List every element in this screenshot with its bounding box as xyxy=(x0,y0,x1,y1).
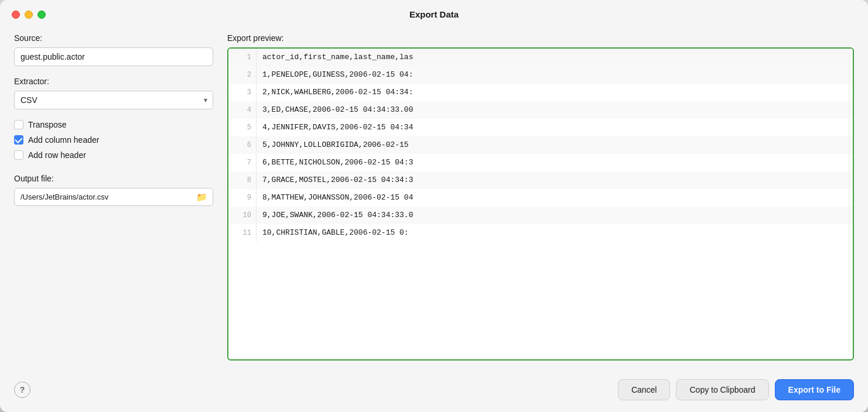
output-input-wrapper: 📁 xyxy=(14,188,213,206)
add-column-header-checkbox[interactable] xyxy=(14,135,23,145)
line-content: actor_id,first_name,last_name,las xyxy=(257,49,853,66)
line-content: 5,JOHNNY,LOLLOBRIGIDA,2006-02-15 xyxy=(257,136,853,154)
preview-row: 43,ED,CHASE,2006-02-15 04:34:33.00 xyxy=(228,101,853,119)
minimize-button[interactable] xyxy=(25,11,33,19)
extractor-select-wrapper: CSV JSON XML SQL ▾ xyxy=(14,91,213,109)
left-panel: Source: Extractor: CSV JSON XML SQL ▾ Tr… xyxy=(14,33,213,360)
dialog-title: Export Data xyxy=(409,9,459,19)
line-number: 2 xyxy=(228,66,257,84)
line-content: 3,ED,CHASE,2006-02-15 04:34:33.00 xyxy=(257,101,853,119)
line-number: 8 xyxy=(228,171,257,189)
footer: ? Cancel Copy to Clipboard Export to Fil… xyxy=(0,370,868,412)
line-content: 8,MATTHEW,JOHANSSON,2006-02-15 04 xyxy=(257,189,853,207)
line-content: 7,GRACE,MOSTEL,2006-02-15 04:34:3 xyxy=(257,171,853,189)
line-content: 10,CHRISTIAN,GABLE,2006-02-15 0: xyxy=(257,224,853,242)
output-file-label: Output file: xyxy=(14,174,213,183)
line-content: 9,JOE,SWANK,2006-02-15 04:34:33.0 xyxy=(257,207,853,224)
preview-row: 32,NICK,WAHLBERG,2006-02-15 04:34: xyxy=(228,84,853,101)
window-controls xyxy=(12,11,46,19)
footer-buttons: Cancel Copy to Clipboard Export to File xyxy=(618,379,854,400)
right-panel: Export preview: 1actor_id,first_name,las… xyxy=(227,33,854,360)
line-number: 11 xyxy=(228,224,257,242)
transpose-checkbox[interactable] xyxy=(14,120,23,129)
copy-to-clipboard-button[interactable]: Copy to Clipboard xyxy=(676,379,768,400)
line-content: 2,NICK,WAHLBERG,2006-02-15 04:34: xyxy=(257,84,853,101)
extractor-label: Extractor: xyxy=(14,77,213,86)
main-content: Source: Extractor: CSV JSON XML SQL ▾ Tr… xyxy=(0,24,868,360)
line-number: 1 xyxy=(228,49,257,66)
line-number: 5 xyxy=(228,119,257,136)
line-number: 3 xyxy=(228,84,257,101)
output-file-section: Output file: 📁 xyxy=(14,174,213,206)
transpose-label: Transpose xyxy=(28,120,67,129)
source-input[interactable] xyxy=(14,47,213,66)
preview-row: 1110,CHRISTIAN,GABLE,2006-02-15 0: xyxy=(228,224,853,242)
line-number: 10 xyxy=(228,207,257,224)
help-button[interactable]: ? xyxy=(14,382,30,398)
titlebar: Export Data xyxy=(0,0,868,24)
preview-row: 98,MATTHEW,JOHANSSON,2006-02-15 04 xyxy=(228,189,853,207)
line-content: 4,JENNIFER,DAVIS,2006-02-15 04:34 xyxy=(257,119,853,136)
add-row-header-label: Add row header xyxy=(28,150,86,160)
close-button[interactable] xyxy=(12,11,20,19)
cancel-button[interactable]: Cancel xyxy=(618,379,671,400)
transpose-row: Transpose xyxy=(14,120,213,129)
preview-row: 1actor_id,first_name,last_name,las xyxy=(228,49,853,66)
preview-row: 65,JOHNNY,LOLLOBRIGIDA,2006-02-15 xyxy=(228,136,853,154)
add-row-header-checkbox[interactable] xyxy=(14,150,23,160)
preview-row: 21,PENELOPE,GUINESS,2006-02-15 04: xyxy=(228,66,853,84)
line-content: 1,PENELOPE,GUINESS,2006-02-15 04: xyxy=(257,66,853,84)
line-number: 4 xyxy=(228,101,257,119)
export-dialog: Export Data Source: Extractor: CSV JSON … xyxy=(0,0,868,412)
line-number: 7 xyxy=(228,154,257,171)
preview-row: 87,GRACE,MOSTEL,2006-02-15 04:34:3 xyxy=(228,171,853,189)
line-number: 9 xyxy=(228,189,257,207)
add-row-header-row: Add row header xyxy=(14,150,213,160)
output-file-input[interactable] xyxy=(14,188,213,206)
line-content: 6,BETTE,NICHOLSON,2006-02-15 04:3 xyxy=(257,154,853,171)
source-label: Source: xyxy=(14,33,213,43)
preview-row: 109,JOE,SWANK,2006-02-15 04:34:33.0 xyxy=(228,207,853,224)
add-column-header-row: Add column header xyxy=(14,135,213,145)
maximize-button[interactable] xyxy=(37,11,46,19)
add-column-header-label: Add column header xyxy=(28,135,99,145)
preview-row: 54,JENNIFER,DAVIS,2006-02-15 04:34 xyxy=(228,119,853,136)
preview-label: Export preview: xyxy=(227,33,854,43)
export-to-file-button[interactable]: Export to File xyxy=(775,379,854,400)
extractor-select[interactable]: CSV JSON XML SQL xyxy=(14,91,213,109)
preview-area: 1actor_id,first_name,last_name,las21,PEN… xyxy=(227,47,854,360)
line-number: 6 xyxy=(228,136,257,154)
preview-row: 76,BETTE,NICHOLSON,2006-02-15 04:3 xyxy=(228,154,853,171)
